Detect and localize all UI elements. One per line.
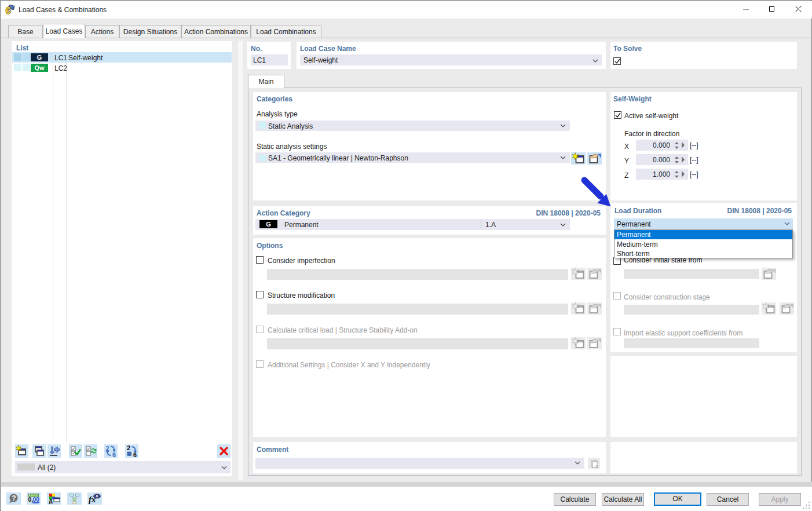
svg-text:2: 2 <box>127 444 130 451</box>
svg-text:00: 00 <box>33 496 40 503</box>
svg-text:6: 6 <box>6 5 11 15</box>
svg-text:A: A <box>49 498 53 505</box>
svg-text:6: 6 <box>112 451 116 458</box>
svg-text:?: ? <box>12 494 16 502</box>
